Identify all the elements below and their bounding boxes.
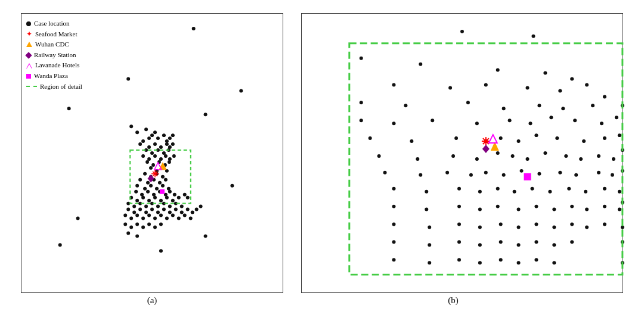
svg-point-85 — [168, 205, 172, 208]
panel-a: Case location ✦ Seafood Market Wuhan CDC… — [21, 13, 283, 293]
svg-point-90 — [138, 208, 142, 211]
svg-point-143 — [543, 71, 547, 75]
svg-point-28 — [141, 154, 145, 158]
svg-point-18 — [153, 142, 157, 146]
svg-point-108 — [159, 214, 163, 217]
svg-point-192 — [612, 157, 615, 161]
svg-point-79 — [132, 205, 136, 208]
svg-point-11 — [156, 136, 160, 140]
svg-point-119 — [153, 225, 157, 229]
svg-point-163 — [508, 119, 512, 122]
svg-point-177 — [555, 136, 559, 140]
svg-point-261 — [552, 261, 556, 264]
svg-point-8 — [153, 130, 157, 134]
svg-marker-269 — [482, 145, 490, 153]
svg-point-98 — [186, 208, 190, 211]
svg-point-227 — [570, 205, 574, 208]
svg-point-255 — [428, 261, 431, 264]
svg-point-1 — [126, 77, 130, 81]
svg-point-207 — [392, 187, 396, 191]
svg-point-196 — [445, 171, 449, 175]
svg-point-0 — [192, 27, 196, 30]
plot-a — [21, 14, 283, 292]
svg-point-56 — [155, 187, 159, 191]
svg-point-170 — [369, 136, 372, 140]
svg-point-236 — [499, 223, 503, 226]
svg-point-118 — [147, 222, 151, 226]
svg-point-161 — [431, 119, 434, 122]
svg-point-226 — [552, 208, 556, 211]
svg-point-105 — [141, 217, 145, 220]
svg-point-32 — [164, 154, 168, 158]
svg-point-125 — [76, 217, 80, 220]
svg-point-2 — [239, 89, 243, 92]
main-container: Case location ✦ Seafood Market Wuhan CDC… — [0, 7, 644, 317]
svg-point-230 — [618, 208, 621, 211]
svg-point-175 — [517, 139, 521, 143]
svg-point-97 — [180, 211, 184, 214]
svg-point-155 — [537, 104, 541, 107]
svg-point-182 — [416, 157, 419, 161]
svg-point-5 — [135, 130, 139, 134]
svg-point-39 — [168, 160, 171, 164]
svg-point-103 — [129, 217, 133, 220]
svg-point-188 — [543, 151, 547, 155]
svg-point-150 — [585, 83, 589, 87]
svg-point-203 — [574, 173, 578, 177]
svg-point-181 — [377, 154, 381, 158]
svg-point-113 — [189, 217, 193, 220]
svg-point-202 — [558, 171, 562, 175]
svg-point-183 — [451, 154, 455, 158]
svg-point-195 — [419, 173, 422, 177]
svg-point-157 — [591, 104, 595, 107]
svg-point-81 — [144, 205, 148, 208]
svg-point-238 — [534, 223, 538, 226]
svg-point-242 — [603, 223, 606, 226]
svg-point-204 — [597, 171, 600, 175]
svg-point-95 — [168, 211, 172, 214]
svg-point-153 — [466, 101, 470, 104]
svg-point-34 — [172, 154, 176, 158]
svg-point-241 — [585, 225, 589, 229]
svg-rect-271 — [524, 173, 531, 180]
svg-point-246 — [457, 240, 461, 244]
svg-point-111 — [177, 217, 181, 220]
svg-point-29 — [147, 157, 151, 161]
svg-point-187 — [526, 157, 530, 161]
svg-point-172 — [454, 136, 458, 140]
svg-point-185 — [496, 151, 500, 155]
svg-point-245 — [428, 243, 431, 247]
svg-point-72 — [159, 199, 163, 202]
svg-point-200 — [520, 169, 524, 173]
svg-point-240 — [570, 223, 574, 226]
svg-point-83 — [156, 205, 160, 208]
svg-point-152 — [404, 104, 407, 107]
svg-point-114 — [123, 222, 127, 226]
svg-point-104 — [135, 214, 139, 217]
svg-point-59 — [134, 190, 138, 194]
svg-point-191 — [597, 154, 600, 158]
svg-point-88 — [126, 208, 130, 211]
svg-point-91 — [144, 211, 148, 214]
svg-point-110 — [171, 214, 175, 217]
svg-point-17 — [147, 145, 151, 149]
svg-point-117 — [141, 225, 145, 229]
svg-point-247 — [478, 243, 482, 247]
svg-point-30 — [153, 154, 157, 158]
svg-point-47 — [161, 175, 165, 179]
svg-point-76 — [183, 193, 187, 197]
svg-point-250 — [534, 240, 538, 244]
svg-point-244 — [392, 240, 396, 244]
svg-point-31 — [159, 157, 163, 161]
svg-point-123 — [204, 234, 208, 238]
svg-point-92 — [150, 208, 154, 211]
svg-point-151 — [360, 101, 363, 104]
svg-point-75 — [177, 196, 181, 200]
svg-point-19 — [159, 145, 163, 149]
svg-point-198 — [484, 171, 488, 175]
svg-point-201 — [537, 172, 541, 176]
svg-point-115 — [129, 225, 133, 229]
svg-point-116 — [135, 222, 139, 226]
svg-point-225 — [534, 205, 538, 208]
svg-point-26 — [162, 151, 166, 155]
